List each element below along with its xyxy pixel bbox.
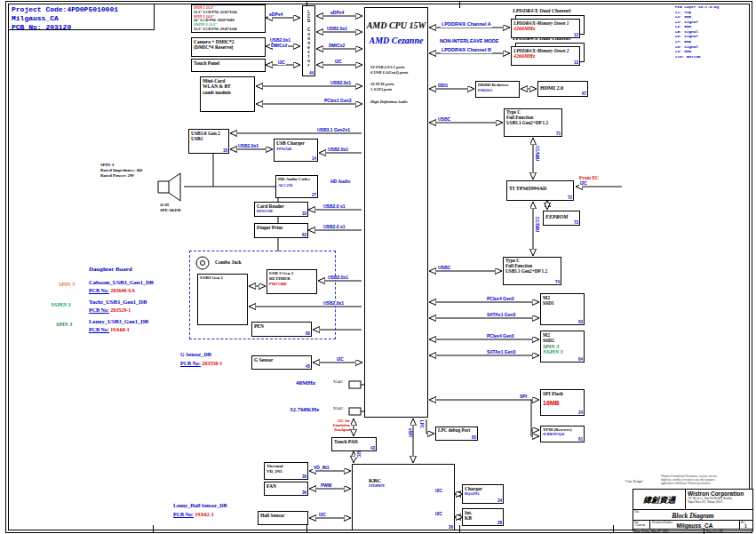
usb3-gen1-label: USB3 Gen 1 [198, 275, 247, 282]
page-ref: 16 [223, 148, 227, 153]
block-g-sensor: G Sensor 45 [251, 355, 312, 370]
block-diagram-sheet: Project Code:4PD0P5010001 Milgauss_CA PC… [0, 0, 756, 534]
hall-sensor-label: Hall Sensor [259, 512, 307, 519]
sheet-title: Block Diagram [633, 510, 752, 520]
arrow-label-cc2: CC/SBU [534, 217, 538, 232]
arrow-label-g-sensor: I2C [336, 357, 345, 362]
block-hdmi-20: HDMI 2.0 67 [537, 81, 588, 97]
block-touch-panel: Touch Panel [191, 59, 266, 72]
arrow-label-usbc1: USBC [437, 117, 451, 122]
date-label: Date: [634, 530, 641, 533]
arrow-label-ssd1-pcie: PCIex4 Gen3 [486, 297, 515, 301]
spi-flash-size: 16MB [541, 397, 584, 406]
g-sensor-label: G Sensor [252, 356, 311, 363]
block-lcd-connector: LCD Connector 44 [302, 5, 315, 76]
block-hdmi-redriver: HDMI Redriver PS8210A [475, 81, 520, 98]
arrow-label-i2c-right: I2C [334, 60, 343, 64]
arrow-label-wlan-usb: USB2.0x1 [330, 81, 352, 85]
card-reader-label: Card Reader [255, 203, 307, 209]
block-wlan-module: Mini-Card WLAN & BT comb module [200, 76, 255, 112]
block-lpc-debug-port: LPC debug Port 65 [435, 426, 478, 441]
arrow-label-kbc-charger: I2C [434, 489, 443, 493]
charger-label: Charger [463, 485, 503, 491]
usb1-line2: USB1 [191, 136, 227, 141]
arrow-label-wlan-pcie: PCIex1 Gen3 [323, 99, 353, 103]
block-m2-ssd2: M2 SSD2 SPIN 3 NSPIN 3 64 [540, 331, 585, 363]
camera-line2: (DMIC*4 Reserve) [194, 44, 263, 50]
arrow-label-hall-i2c: I2C [318, 513, 327, 517]
block-usb1: USB3.0 Gen 2 USB1 16 [188, 129, 229, 154]
pd-controller-label: TI TPS65994AD [507, 181, 573, 193]
block-card-reader: Card Reader RTS5176E 33 [254, 202, 308, 217]
ssd1-line2: SSD1 [543, 300, 582, 306]
sheet-total: 38 [720, 530, 723, 533]
usb-charger-part: TPS2546 [275, 147, 317, 151]
rev-value: 1 [744, 523, 747, 529]
page-ref: 65 [472, 435, 476, 440]
block-internal-keyboard: Int. KB 28 [462, 508, 504, 526]
arrow-label-charger-cpu: USB2.0x1 [327, 147, 349, 152]
lcd-panel-3: 13.3" LCD PNL 1920*1200 [194, 28, 263, 32]
arrow-label-pwm: PWM [320, 483, 332, 488]
card-reader-part: RTS5176E [255, 209, 307, 213]
spi-flash-label: SPI Flash [541, 390, 584, 397]
block-finger-print: Finger Print 62 [254, 223, 308, 238]
block-camera: Camera + DMIC*2 (DMIC*4 Reserve) [191, 37, 266, 57]
arrow-label-ec-i2c: I2C [579, 181, 588, 186]
page-ref: 28 [497, 521, 502, 525]
wlan-line3: comb module [203, 90, 252, 95]
sheet-of: of [716, 530, 719, 533]
crystal-48mhz-icon [349, 381, 361, 388]
hd-audio-label: HD Audio Codec [276, 176, 317, 183]
arrow-label-hd-audio: HD Audio [330, 179, 352, 184]
arrow-label-usb2-right: USB2.0x1 [326, 27, 348, 31]
block-memory-down-1: LPDDR4/X-Memory Down 1 4266MHz 12 [511, 19, 580, 38]
block-hd-audio-codec: HD Audio Codec ALC256 27 [275, 175, 318, 198]
page-ref: 60 [306, 331, 310, 336]
arrow-label-lpc: LPC [418, 420, 423, 428]
int-kb-line1: Int. [463, 509, 503, 515]
mem2-speed: 4266MHz [512, 53, 579, 59]
page-ref: 14 [312, 156, 316, 161]
block-type-c-1: Type C Full Function USB3.1 Gen2+DP 1.2 … [504, 108, 562, 137]
page-ref: 13 [574, 60, 578, 65]
arrow-label-card-reader: USB2.0 x1 [322, 204, 346, 209]
ssd2-nspin: NSPIN 3 [541, 349, 584, 355]
block-pd-controller: TI TPS65994AD 72 [506, 180, 574, 201]
company-name: Wistron Corporation [688, 490, 751, 497]
page-ref: 71 [556, 132, 561, 136]
page-ref: 43 [370, 446, 375, 450]
charger-part: BQ24781 [463, 491, 503, 496]
arrow-label-camera-dmic: DMICx2 [270, 44, 288, 48]
page-ref: 72 [568, 195, 572, 200]
page-ref: 44 [309, 71, 314, 76]
block-usb-charger: USB Charger TPS2546 14 [274, 139, 318, 162]
page-ref: 45 [306, 364, 310, 369]
arrow-label-cc1: CC/SBU [534, 146, 538, 161]
arrow-label-dmic-right: DMICx2 [328, 44, 346, 48]
arrow-label-kbc-kb: I2C [434, 512, 443, 516]
page-ref: 36 [302, 490, 306, 495]
pen-label: PEN [252, 323, 311, 330]
thermal-line1: Thermal [265, 463, 307, 469]
block-spi-flash: SPI Flash 16MB 24 [540, 389, 585, 416]
page-ref: 67 [582, 92, 586, 96]
block-cpu: AMD CPU 15W AMD Cezanne 10 USB 2.0/1.1 p… [364, 7, 428, 418]
block-usb3-gen1: USB3 Gen 1 [197, 274, 248, 325]
block-kbc: KBC ITE8987E 26 [352, 464, 455, 530]
block-touch-pad: Touch PAD 43 [331, 437, 377, 451]
retimer-part: PS8713B8 [267, 282, 316, 286]
page-ref: 61 [578, 437, 583, 442]
page-ref: 62 [302, 233, 306, 237]
arrow-label-spi: SPI [519, 395, 528, 399]
combo-jack-label: Combo Jack [215, 259, 242, 265]
block-usb3-retimer: USB 3 Gen 1 RETIMER PS8713B8 [267, 269, 317, 294]
hdmi-20-label: HDMI 2.0 [538, 82, 587, 92]
mem1-label: LPDDR4/X-Memory Down 1 [512, 20, 579, 26]
page-ref: 12 [574, 33, 578, 37]
block-lcd-panel: SPIN 1 13.3" 13.3" LCD PNL 2256*1504 SPI… [191, 4, 266, 33]
typec2-line3: USB3.1 Gen2+DP 1.2 [505, 269, 559, 275]
page-ref: 64 [578, 357, 583, 362]
arrow-label-finger-print: USB2.0 x1 [322, 225, 346, 229]
label-non-interleave: NON-INTERLEAVE MODE [439, 39, 500, 44]
